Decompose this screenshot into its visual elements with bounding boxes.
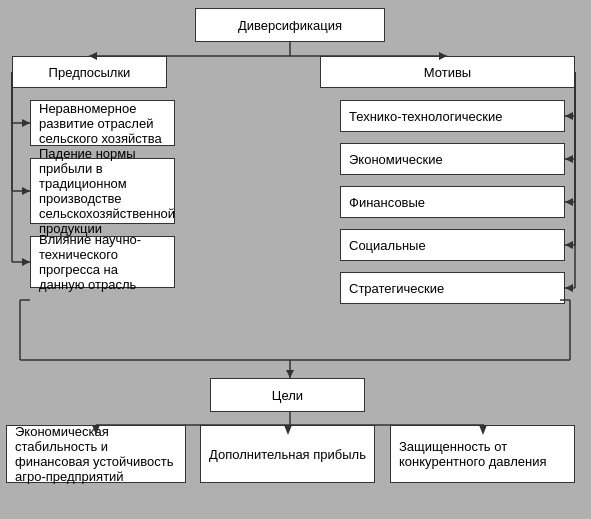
diagram: Диверсификация Предпосылки Мотивы Неравн… xyxy=(0,0,591,519)
top-box: Диверсификация xyxy=(195,8,385,42)
top-label: Диверсификация xyxy=(238,18,342,33)
right-item-1: Технико-технологические xyxy=(340,100,565,132)
svg-marker-8 xyxy=(22,119,30,127)
left-header-label: Предпосылки xyxy=(49,65,131,80)
left-header-box: Предпосылки xyxy=(12,56,167,88)
right-header-label: Мотивы xyxy=(424,65,471,80)
svg-marker-30 xyxy=(565,284,573,292)
left-item-1: Неравномерное развитие отраслей сельског… xyxy=(30,100,175,146)
center-label: Цели xyxy=(272,388,303,403)
right-item-2: Экономические xyxy=(340,143,565,175)
svg-marker-11 xyxy=(22,187,30,195)
svg-marker-21 xyxy=(565,155,573,163)
center-box: Цели xyxy=(210,378,365,412)
left-item-3: Влияние научно-технического прогресса на… xyxy=(30,236,175,288)
bottom-box-2: Дополнительная прибыль xyxy=(200,425,375,483)
svg-marker-18 xyxy=(565,112,573,120)
right-item-3: Финансовые xyxy=(340,186,565,218)
svg-marker-24 xyxy=(565,198,573,206)
svg-marker-14 xyxy=(22,258,30,266)
svg-marker-36 xyxy=(286,370,294,378)
left-item-2: Падение нормы прибыли в традиционном про… xyxy=(30,158,175,224)
svg-marker-27 xyxy=(565,241,573,249)
right-header-box: Мотивы xyxy=(320,56,575,88)
right-item-4: Социальные xyxy=(340,229,565,261)
bottom-box-1: Экономическая стабильность и финансовая … xyxy=(6,425,186,483)
right-item-5: Стратегические xyxy=(340,272,565,304)
bottom-box-3: Защищенность от конкурентного давления xyxy=(390,425,575,483)
